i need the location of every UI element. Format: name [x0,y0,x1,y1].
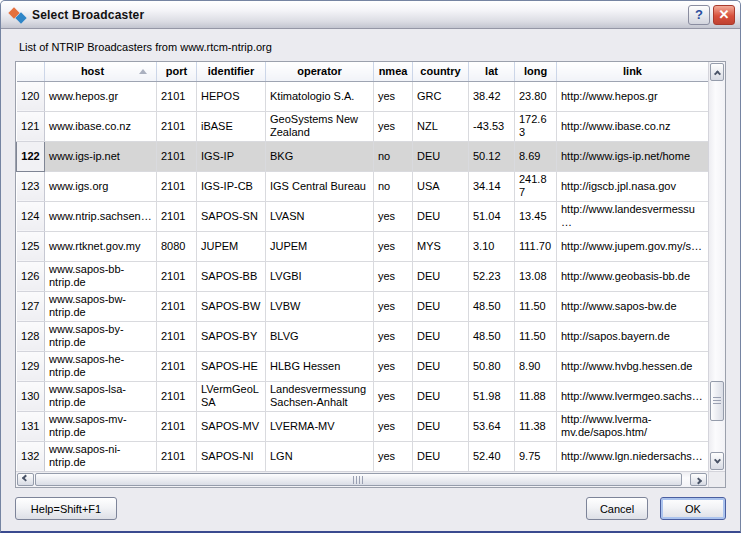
cell-country[interactable]: NZL [413,111,469,141]
cell-long[interactable]: 11.38 [515,411,557,441]
cell-lat[interactable]: 52.40 [469,441,515,471]
cell-country[interactable]: DEU [413,411,469,441]
cell-identifier[interactable]: SAPOS-BY [197,321,266,351]
cell-operator[interactable]: Landesvermessung Sachsen-Anhalt [266,381,374,411]
cell-host[interactable]: www.sapos-bw-ntrip.de [45,291,157,321]
cell-port[interactable]: 2101 [157,441,197,471]
cell-lat[interactable]: 38.42 [469,81,515,111]
cell-port[interactable]: 2101 [157,171,197,201]
cell-host[interactable]: www.sapos-ni-ntrip.de [45,441,157,471]
cell-nmea[interactable]: yes [374,81,413,111]
row-number-column-header[interactable] [17,62,45,81]
cell-link[interactable]: http://www.lverma-mv.de/sapos.htm/ [557,411,709,441]
scroll-left-button[interactable] [17,473,34,486]
cell-host[interactable]: www.sapos-mv-ntrip.de [45,411,157,441]
cell-host[interactable]: www.sapos-lsa-ntrip.de [45,381,157,411]
column-header-long[interactable]: long [515,62,557,81]
cell-identifier[interactable]: SAPOS-NI [197,441,266,471]
column-header-nmea[interactable]: nmea [374,62,413,81]
cell-identifier[interactable]: JUPEM [197,231,266,261]
cell-link[interactable]: http://www.hepos.gr [557,81,709,111]
scroll-up-button[interactable] [710,63,724,81]
cell-port[interactable]: 8080 [157,231,197,261]
column-header-country[interactable]: country [413,62,469,81]
cell-nmea[interactable]: yes [374,321,413,351]
cell-port[interactable]: 2101 [157,141,197,171]
cell-lat[interactable]: -43.53 [469,111,515,141]
column-header-lat[interactable]: lat [469,62,515,81]
cell-link[interactable]: http://www.hvbg.hessen.de [557,351,709,381]
row-number-cell[interactable]: 126 [17,261,45,291]
cell-long[interactable]: 13.08 [515,261,557,291]
row-number-cell[interactable]: 122 [17,141,45,171]
cell-long[interactable]: 11.50 [515,321,557,351]
cell-long[interactable]: 23.80 [515,81,557,111]
cell-nmea[interactable]: yes [374,111,413,141]
cell-port[interactable]: 2101 [157,111,197,141]
cell-operator[interactable]: LVASN [266,201,374,231]
cell-host[interactable]: www.sapos-he-ntrip.de [45,351,157,381]
cell-identifier[interactable]: IGS-IP [197,141,266,171]
vertical-scrollbar-track[interactable] [709,82,725,451]
vertical-scrollbar[interactable] [708,62,725,471]
column-header-port[interactable]: port [157,62,197,81]
cell-port[interactable]: 2101 [157,351,197,381]
row-number-cell[interactable]: 128 [17,321,45,351]
cell-lat[interactable]: 48.50 [469,321,515,351]
cell-host[interactable]: www.sapos-by-ntrip.de [45,321,157,351]
cell-nmea[interactable]: yes [374,201,413,231]
horizontal-scrollbar-track[interactable] [35,472,689,487]
row-number-cell[interactable]: 125 [17,231,45,261]
cell-identifier[interactable]: SAPOS-HE [197,351,266,381]
context-help-icon[interactable]: ? [688,5,710,25]
cell-lat[interactable]: 53.64 [469,411,515,441]
cell-host[interactable]: www.sapos-bb-ntrip.de [45,261,157,291]
cell-country[interactable]: DEU [413,351,469,381]
cell-host[interactable]: www.ntrip.sachsen… [45,201,157,231]
column-header-operator[interactable]: operator [266,62,374,81]
cell-port[interactable]: 2101 [157,291,197,321]
cell-long[interactable]: 172.63 [515,111,557,141]
row-number-cell[interactable]: 120 [17,81,45,111]
cell-link[interactable]: http://www.lgn.niedersachs… [557,441,709,471]
cell-country[interactable]: USA [413,171,469,201]
cell-country[interactable]: DEU [413,381,469,411]
cancel-button[interactable]: Cancel [586,497,648,520]
cell-long[interactable]: 241.87 [515,171,557,201]
cell-long[interactable]: 9.75 [515,441,557,471]
cell-host[interactable]: www.rtknet.gov.my [45,231,157,261]
cell-link[interactable]: http://www.sapos-bw.de [557,291,709,321]
cell-link[interactable]: http://www.landesvermessu… [557,201,709,231]
cell-identifier[interactable]: HEPOS [197,81,266,111]
row-number-cell[interactable]: 129 [17,351,45,381]
cell-lat[interactable]: 51.04 [469,201,515,231]
cell-nmea[interactable]: yes [374,261,413,291]
horizontal-scrollbar-thumb[interactable] [35,473,682,486]
cell-link[interactable]: http://www.igs-ip.net/home [557,141,709,171]
cell-long[interactable]: 8.90 [515,351,557,381]
cell-nmea[interactable]: no [374,141,413,171]
cell-long[interactable]: 8.69 [515,141,557,171]
cell-nmea[interactable]: yes [374,411,413,441]
row-number-cell[interactable]: 132 [17,441,45,471]
cell-operator[interactable]: BLVG [266,321,374,351]
ok-button[interactable]: OK [660,497,726,520]
cell-country[interactable]: GRC [413,81,469,111]
row-number-cell[interactable]: 131 [17,411,45,441]
cell-host[interactable]: www.ibase.co.nz [45,111,157,141]
row-number-cell[interactable]: 124 [17,201,45,231]
cell-port[interactable]: 2101 [157,81,197,111]
scroll-right-button[interactable] [690,473,707,486]
row-number-cell[interactable]: 130 [17,381,45,411]
cell-link[interactable]: http://www.jupem.gov.my/s… [557,231,709,261]
column-header-host[interactable]: host [45,62,157,81]
cell-identifier[interactable]: SAPOS-BW [197,291,266,321]
cell-port[interactable]: 2101 [157,261,197,291]
cell-identifier[interactable]: SAPOS-SN [197,201,266,231]
close-icon[interactable]: ✕ [713,5,735,25]
row-number-cell[interactable]: 127 [17,291,45,321]
cell-operator[interactable]: GeoSystems New Zealand [266,111,374,141]
cell-lat[interactable]: 50.80 [469,351,515,381]
cell-port[interactable]: 2101 [157,201,197,231]
cell-country[interactable]: DEU [413,321,469,351]
